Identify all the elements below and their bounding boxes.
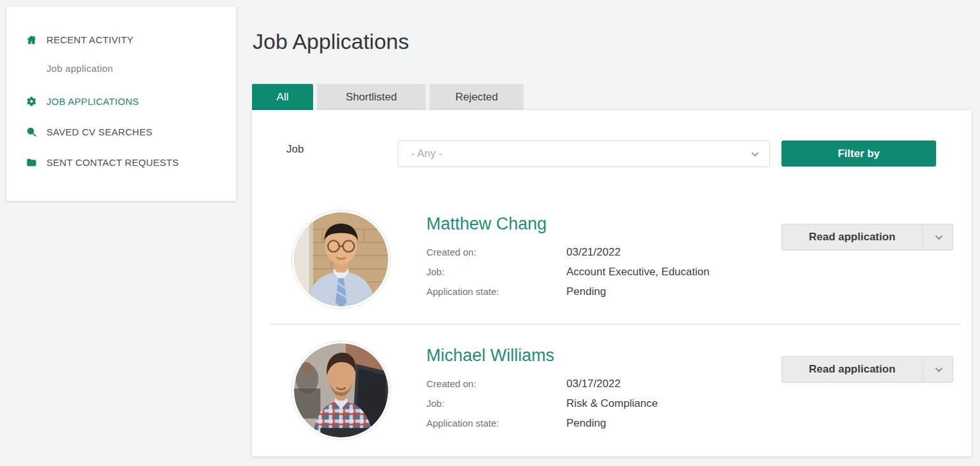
created-on-value: 03/17/2022 (566, 378, 620, 390)
read-application-label: Read application (782, 357, 922, 382)
sidebar-item-label: SENT CONTACT REQUESTS (46, 157, 179, 168)
job-filter-label: Job (286, 143, 304, 156)
read-application-dropdown-toggle[interactable] (922, 357, 953, 382)
created-on-label: Created on: (426, 378, 566, 389)
sidebar-item-sent-contact-requests[interactable]: SENT CONTACT REQUESTS (25, 154, 179, 170)
filter-by-button[interactable]: Filter by (781, 140, 936, 167)
job-value: Account Executive, Education (566, 266, 710, 278)
application-state-label: Application state: (426, 286, 566, 297)
page-title: Job Applications (253, 29, 409, 54)
application-state-value: Pending (566, 417, 606, 430)
job-applications-page: RECENT ACTIVITY Job application JOB APPL… (0, 0, 980, 466)
folder-icon (25, 156, 37, 168)
sidebar-item-label: JOB APPLICATIONS (46, 96, 139, 107)
gear-icon (25, 95, 37, 107)
chevron-down-icon (935, 365, 942, 372)
applicant-details: Created on: 03/17/2022 Job: Risk & Compl… (426, 374, 658, 433)
row-divider (270, 324, 961, 325)
tab-rejected[interactable]: Rejected (430, 84, 524, 110)
sidebar-item-label: Job application (46, 63, 113, 74)
chevron-down-icon (935, 233, 942, 240)
sidebar-item-job-application[interactable]: Job application (25, 60, 113, 76)
applicant-photo[interactable] (291, 210, 391, 309)
job-label: Job: (426, 266, 566, 277)
chevron-down-icon (752, 149, 759, 156)
read-application-dropdown-toggle[interactable] (922, 224, 953, 250)
read-application-button[interactable]: Read application (781, 356, 953, 383)
job-label: Job: (426, 398, 566, 409)
application-state-label: Application state: (426, 418, 566, 428)
applicant-photo[interactable] (291, 341, 391, 440)
sidebar: RECENT ACTIVITY Job application JOB APPL… (6, 6, 236, 201)
applications-panel: Job - Any - Filter by (252, 110, 972, 456)
sidebar-item-recent-activity[interactable]: RECENT ACTIVITY (25, 32, 134, 47)
applicant-details: Created on: 03/21/2022 Job: Account Exec… (426, 242, 710, 301)
read-application-label: Read application (782, 224, 922, 250)
job-filter-selected-value: - Any - (411, 147, 752, 160)
read-application-button[interactable]: Read application (781, 224, 953, 250)
job-value: Risk & Compliance (566, 397, 658, 410)
applicant-name-link[interactable]: Michael Williams (426, 346, 554, 366)
created-on-label: Created on: (426, 247, 566, 257)
tab-all[interactable]: All (252, 84, 313, 110)
home-icon (25, 34, 37, 45)
tab-shortlisted[interactable]: Shortlisted (317, 84, 426, 110)
sidebar-item-saved-cv-searches[interactable]: SAVED CV SEARCHES (25, 124, 153, 139)
sidebar-item-label: SAVED CV SEARCHES (46, 127, 153, 137)
application-state-value: Pending (566, 285, 606, 298)
status-tabs: All Shortlisted Rejected (252, 84, 524, 110)
job-filter-select[interactable]: - Any - (398, 140, 770, 167)
created-on-value: 03/21/2022 (566, 246, 620, 259)
sidebar-item-label: RECENT ACTIVITY (46, 34, 134, 45)
search-icon (25, 126, 37, 137)
applicant-name-link[interactable]: Matthew Chang (426, 214, 547, 234)
sidebar-item-job-applications[interactable]: JOB APPLICATIONS (25, 93, 139, 109)
